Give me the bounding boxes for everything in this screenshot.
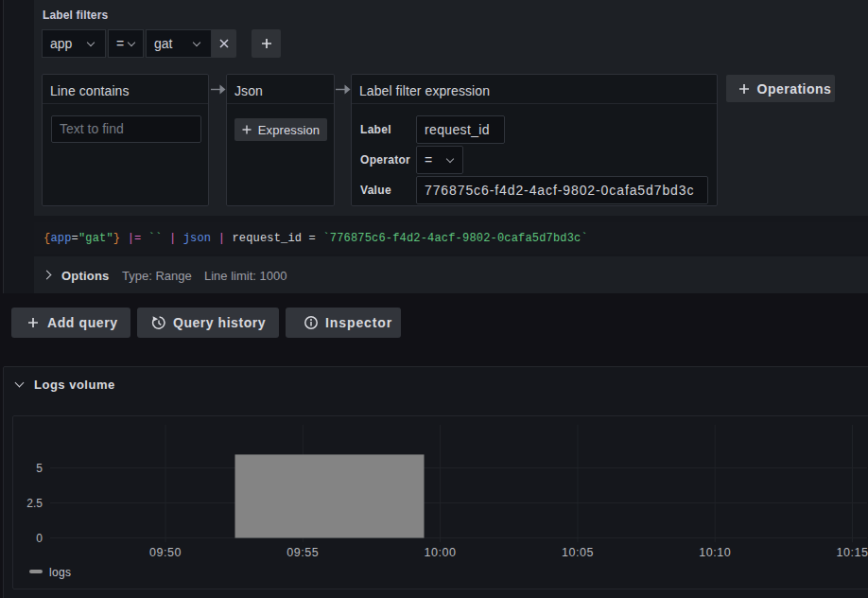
svg-text:0: 0 — [36, 532, 43, 545]
svg-text:10:00: 10:00 — [425, 546, 457, 559]
svg-text:09:50: 09:50 — [149, 546, 182, 559]
svg-text:2.5: 2.5 — [26, 497, 43, 510]
svg-text:logs: logs — [49, 566, 71, 579]
svg-text:10:10: 10:10 — [699, 546, 731, 559]
svg-text:09:55: 09:55 — [286, 546, 319, 559]
svg-text:5: 5 — [36, 462, 43, 475]
svg-text:10:15: 10:15 — [836, 546, 868, 559]
svg-text:10:05: 10:05 — [562, 546, 594, 559]
